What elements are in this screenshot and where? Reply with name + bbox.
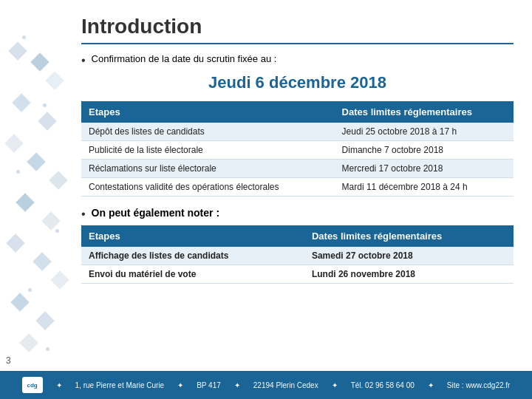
table1-col2-header: Dates limites réglementaires bbox=[335, 101, 514, 123]
bullet-dot-1: • bbox=[81, 53, 86, 67]
table1-col1-header: Etapes bbox=[81, 101, 335, 123]
table1-date-cell: Mercredi 17 octobre 2018 bbox=[335, 160, 514, 178]
footer-separator-5: ✦ bbox=[428, 381, 434, 389]
page-title: Introduction bbox=[81, 15, 514, 38]
table-row: Contestations validité des opérations él… bbox=[81, 178, 514, 197]
footer-logo: cdg bbox=[22, 377, 43, 393]
bullet-text-2: On peut également noter : bbox=[92, 207, 219, 219]
table-row: Réclamations sur liste électoraleMercred… bbox=[81, 160, 514, 178]
bullet-text-1: Confirmation de la date du scrutin fixée… bbox=[92, 53, 277, 64]
footer-separator-2: ✦ bbox=[177, 381, 183, 389]
table2: Etapes Dates limites réglementaires Affi… bbox=[81, 225, 514, 284]
table2-header-row: Etapes Dates limites réglementaires bbox=[81, 225, 514, 247]
table2-col1-header: Etapes bbox=[81, 225, 304, 247]
table2-etape-cell: Envoi du matériel de vote bbox=[81, 265, 304, 284]
table1-etape-cell: Contestations validité des opérations él… bbox=[81, 178, 335, 197]
table1-etape-cell: Publicité de la liste électorale bbox=[81, 141, 335, 160]
table1-etape-cell: Réclamations sur liste électorale bbox=[81, 160, 335, 178]
bullet-dot-2: • bbox=[81, 207, 86, 221]
table2-date-cell: Samedi 27 octobre 2018 bbox=[304, 247, 514, 265]
table-row: Affichage des listes de candidatsSamedi … bbox=[81, 247, 514, 265]
table2-etape-cell: Affichage des listes de candidats bbox=[81, 247, 304, 265]
table-row: Dépôt des listes de candidatsJeudi 25 oc… bbox=[81, 123, 514, 141]
table2-col2-header: Dates limites réglementaires bbox=[304, 225, 514, 247]
footer: cdg ✦ 1, rue Pierre et Marie Curie ✦ BP … bbox=[0, 371, 532, 399]
footer-item-3: 22194 Plerin Cedex bbox=[253, 381, 318, 389]
table1-etape-cell: Dépôt des listes de candidats bbox=[81, 123, 335, 141]
title-underline bbox=[81, 43, 514, 44]
footer-item-1: 1, rue Pierre et Marie Curie bbox=[75, 381, 165, 389]
date-highlight: Jeudi 6 décembre 2018 bbox=[81, 73, 514, 92]
main-content: Introduction • Confirmation de la date d… bbox=[70, 0, 532, 399]
table1-date-cell: Dimanche 7 octobre 2018 bbox=[335, 141, 514, 160]
table1-date-cell: Mardi 11 décembre 2018 à 24 h bbox=[335, 178, 514, 197]
table-row: Publicité de la liste électoraleDimanche… bbox=[81, 141, 514, 160]
footer-separator-3: ✦ bbox=[234, 381, 240, 389]
bullet-item-2: • On peut également noter : bbox=[81, 207, 514, 221]
footer-separator-1: ✦ bbox=[56, 381, 62, 389]
page-number: 3 bbox=[6, 355, 11, 366]
table1: Etapes Dates limites réglementaires Dépô… bbox=[81, 101, 514, 197]
footer-item-4: Tél. 02 96 58 64 00 bbox=[351, 381, 415, 389]
footer-item-2: BP 417 bbox=[197, 381, 221, 389]
table-row: Envoi du matériel de voteLundi 26 novemb… bbox=[81, 265, 514, 284]
table2-date-cell: Lundi 26 novembre 2018 bbox=[304, 265, 514, 284]
footer-item-5: Site : www.cdg22.fr bbox=[447, 381, 511, 389]
bullet-item-1: • Confirmation de la date du scrutin fix… bbox=[81, 53, 514, 67]
left-decoration bbox=[0, 0, 70, 399]
table1-header-row: Etapes Dates limites réglementaires bbox=[81, 101, 514, 123]
footer-logo-image: cdg bbox=[22, 377, 43, 393]
table1-date-cell: Jeudi 25 octobre 2018 à 17 h bbox=[335, 123, 514, 141]
footer-separator-4: ✦ bbox=[332, 381, 338, 389]
